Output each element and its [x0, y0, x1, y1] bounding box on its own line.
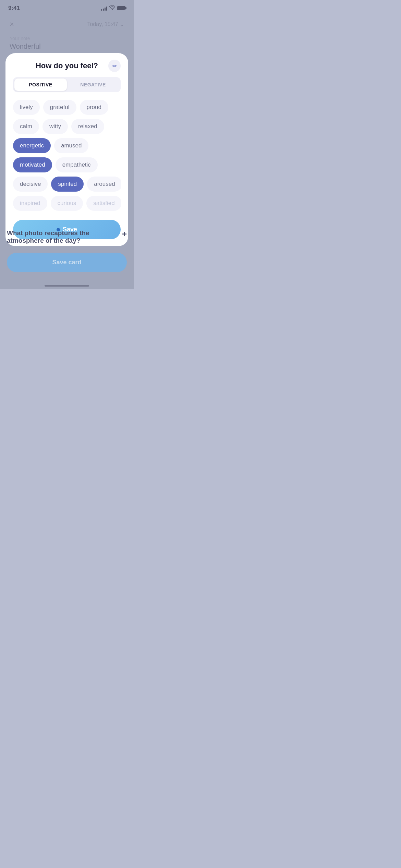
feeling-lively[interactable]: lively [13, 100, 40, 115]
feelings-row-5: decisive spirited aroused [13, 177, 119, 192]
feeling-inspired[interactable]: inspired [13, 196, 47, 211]
tab-positive[interactable]: POSITIVE [14, 79, 67, 91]
tab-switcher: POSITIVE NEGATIVE [13, 77, 121, 92]
feelings-row-2: calm witty relaxed [13, 119, 119, 134]
feelings-row-3: energetic amused [13, 138, 119, 153]
feelings-row-6: inspired curious satisfied [13, 196, 119, 211]
feeling-aroused[interactable]: aroused [87, 177, 121, 192]
modal-title: How do you feel? [36, 61, 98, 70]
feeling-empathetic[interactable]: empathetic [56, 157, 98, 172]
bottom-section: What photo recaptures theatmosphere of t… [0, 221, 134, 289]
edit-button[interactable]: ✏ [108, 60, 121, 72]
feeling-satisfied[interactable]: satisfied [86, 196, 121, 211]
feeling-grateful[interactable]: grateful [43, 100, 76, 115]
feelings-container: lively grateful proud calm witty relaxed… [13, 100, 121, 215]
feeling-spirited[interactable]: spirited [51, 177, 84, 192]
tab-negative[interactable]: NEGATIVE [67, 79, 119, 91]
feeling-motivated[interactable]: motivated [13, 157, 52, 172]
feelings-row-1: lively grateful proud [13, 100, 119, 115]
feelings-row-4: motivated empathetic [13, 157, 119, 172]
save-card-button[interactable]: Save card [7, 253, 127, 272]
feeling-energetic[interactable]: energetic [13, 138, 51, 153]
feeling-curious[interactable]: curious [51, 196, 83, 211]
add-photo-button[interactable]: + [122, 229, 127, 239]
pencil-icon: ✏ [112, 63, 117, 69]
feeling-relaxed[interactable]: relaxed [71, 119, 104, 134]
feeling-calm[interactable]: calm [13, 119, 39, 134]
feeling-witty[interactable]: witty [42, 119, 68, 134]
feeling-decisive[interactable]: decisive [13, 177, 48, 192]
feeling-proud[interactable]: proud [80, 100, 108, 115]
photo-question: What photo recaptures theatmosphere of t… [7, 229, 127, 244]
feeling-amused[interactable]: amused [54, 138, 88, 153]
modal-header: How do you feel? ✏ [13, 61, 121, 70]
feelings-modal: How do you feel? ✏ POSITIVE NEGATIVE liv… [5, 53, 128, 246]
home-indicator [45, 285, 89, 287]
